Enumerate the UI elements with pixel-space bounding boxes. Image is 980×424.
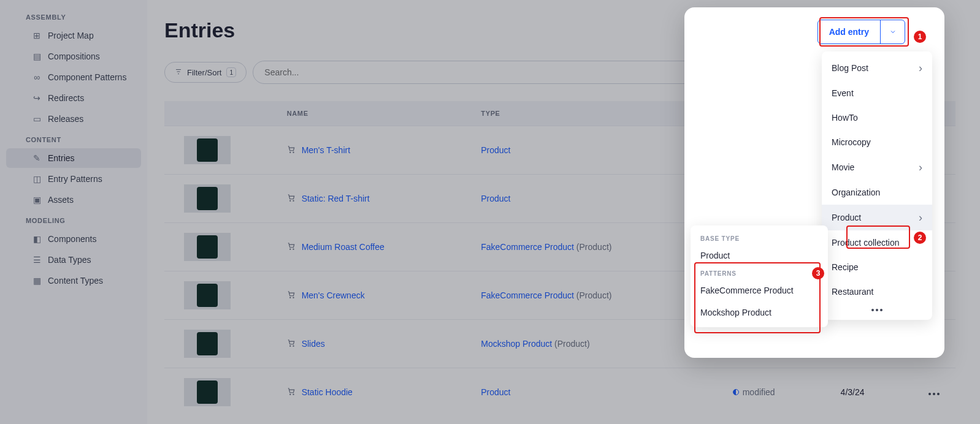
dropdown-item[interactable]: Microcopy [822,130,932,154]
entry-name-link[interactable]: Men's T-shirt [302,145,350,155]
entry-name-link[interactable]: Medium Roast Coffee [302,242,385,252]
submenu-item[interactable]: Mockshop Product [691,301,828,324]
sidebar-item-assets[interactable]: ▣ Assets [6,190,141,210]
filter-count-badge: 1 [226,67,236,77]
sidebar-item-component-patterns[interactable]: ∞ Component Patterns [6,67,141,87]
sidebar-item-entries[interactable]: ✎ Entries [6,148,141,168]
svg-point-3 [293,152,294,153]
svg-point-5 [293,200,294,201]
sidebar-item-releases[interactable]: ▭ Releases [6,109,141,129]
entry-type-suffix: (Product) [552,339,589,349]
svg-point-11 [293,346,294,346]
sidebar-item-project-map[interactable]: ⊞ Project Map [6,26,141,45]
col-name[interactable]: NAME [280,101,474,126]
sidebar-section-label: CONTENT [0,130,147,147]
dropdown-item[interactable]: HowTo [822,105,932,130]
entry-thumbnail [184,136,231,164]
svg-point-7 [293,249,294,249]
entry-name-link[interactable]: Static: Red T-shirt [302,194,370,203]
cart-icon [287,145,296,156]
chevron-right-icon [919,212,922,223]
add-entry-popover: Add entry Blog PostEventHowToMicrocopyMo… [684,7,944,358]
entry-type-suffix: (Product) [574,242,611,252]
dropdown-item[interactable]: Restaurant [822,279,932,304]
submenu-section-label: BASE TYPE [691,232,828,244]
svg-point-2 [289,152,290,153]
submenu-section-label: PATTERNS [691,267,828,279]
filter-icon [175,68,182,77]
entry-type-link[interactable]: Product [481,387,510,397]
dropdown-more-button[interactable] [871,309,882,311]
sidebar-item-label: Data Types [48,255,91,265]
cart-icon [287,290,296,301]
entry-thumbnail [184,281,231,309]
sidebar-item-label: Entries [48,153,75,163]
sidebar-item-entry-patterns[interactable]: ◫ Entry Patterns [6,169,141,189]
entry-type-link[interactable]: FakeCommerce Product [481,290,574,300]
cart-icon [287,387,296,398]
layers-icon: ▤ [32,51,42,61]
entry-type-link[interactable]: Mockshop Product [481,339,552,349]
sidebar-item-redirects[interactable]: ↪ Redirects [6,88,141,108]
entry-thumbnail [184,330,231,358]
dropdown-item[interactable]: Movie [822,154,932,180]
entry-type-link[interactable]: Product [481,194,510,203]
list-icon: ☰ [32,255,42,265]
sidebar-item-label: Entry Patterns [48,174,102,184]
sidebar-item-label: Redirects [48,93,84,103]
filter-label: Filter/Sort [187,68,221,77]
sidebar-item-label: Component Patterns [48,72,126,82]
entry-thumbnail [184,378,231,406]
image-icon: ▣ [32,195,42,205]
add-entry-caret[interactable] [880,20,905,44]
dropdown-item[interactable]: Product [822,205,932,230]
sidebar-item-components[interactable]: ◧ Components [6,229,141,249]
filter-sort-button[interactable]: Filter/Sort 1 [164,62,247,83]
submenu-item[interactable]: Product [691,244,828,267]
dropdown-item[interactable]: Event [822,81,932,105]
chevron-right-icon [919,162,922,173]
table-row[interactable]: Static HoodieProductmodified4/3/24 [164,368,955,417]
entry-type-link[interactable]: Product [481,145,510,155]
entry-thumbnail [184,233,231,261]
cube-icon: ◧ [32,234,42,244]
dropdown-item[interactable]: Blog Post [822,55,932,81]
entry-name-link[interactable]: Slides [302,339,325,349]
dropdown-item-label: Movie [832,162,854,172]
sidebar-item-label: Components [48,234,96,244]
submenu-item[interactable]: FakeCommerce Product [691,279,828,301]
svg-point-12 [289,394,290,395]
entry-name-link[interactable]: Men's Crewneck [302,290,365,300]
sidebar-item-compositions[interactable]: ▤ Compositions [6,47,141,66]
sidebar-section-label: ASSEMBLY [0,7,147,25]
dropdown-item-label: Microcopy [832,137,871,147]
sidebar-item-data-types[interactable]: ☰ Data Types [6,250,141,270]
add-entry-label[interactable]: Add entry [818,20,880,44]
add-entry-submenu: BASE TYPEProductPATTERNSFakeCommerce Pro… [691,225,828,327]
pencil-icon: ✎ [32,153,42,163]
grid-icon: ▦ [32,276,42,286]
cart-icon [287,194,296,204]
dropdown-item[interactable]: Organization [822,180,932,205]
calendar-icon: ▭ [32,114,42,124]
add-entry-button[interactable]: Add entry [817,20,905,44]
dropdown-item-label: Recipe [832,262,859,272]
annotation-badge-3: 3 [812,267,824,279]
modified-date: 4/3/24 [833,368,913,417]
svg-point-6 [289,249,290,249]
status-dot-icon [733,389,739,395]
chevron-right-icon [919,62,922,74]
sidebar-item-content-types[interactable]: ▦ Content Types [6,271,141,290]
svg-point-9 [293,297,294,298]
status-text: modified [743,387,775,397]
dropdown-item-label: Restaurant [832,287,873,297]
dropdown-item[interactable]: Recipe [822,255,932,279]
entry-name-link[interactable]: Static Hoodie [302,387,353,397]
cart-icon [287,242,296,252]
entry-type-link[interactable]: FakeCommerce Product [481,242,574,252]
row-actions-button[interactable] [928,393,940,395]
dropdown-item-label: Product [832,213,861,222]
add-entry-dropdown: Blog PostEventHowToMicrocopyMovieOrganiz… [822,51,932,320]
sidebar: ASSEMBLY ⊞ Project Map ▤ Compositions ∞ … [0,0,147,424]
dropdown-item-label: Event [832,88,854,98]
